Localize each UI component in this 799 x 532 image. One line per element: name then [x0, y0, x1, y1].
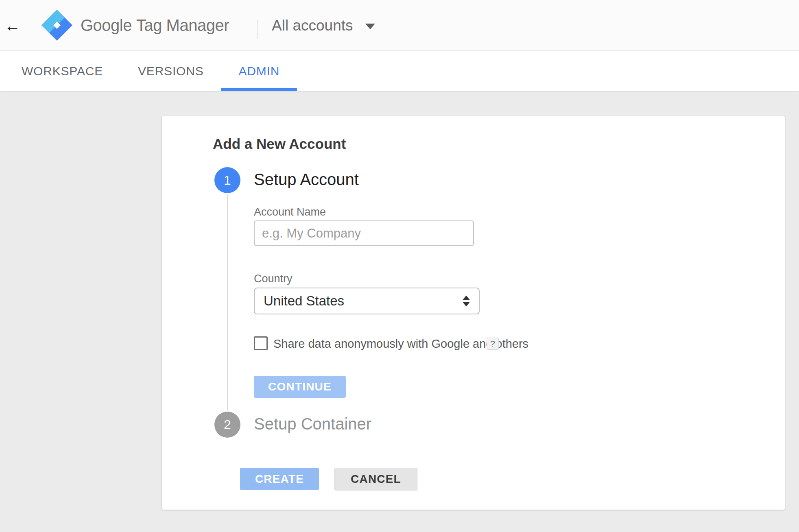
app-header: ← Google Tag Manager All accounts [0, 0, 799, 51]
page-content: Add a New Account 1 Setup Account Accoun… [0, 91, 799, 532]
share-data-checkbox[interactable] [254, 336, 268, 350]
account-selector-label: All accounts [272, 17, 353, 34]
country-label: Country [254, 273, 293, 285]
header-divider [25, 0, 25, 51]
tab-workspace[interactable]: WORKSPACE [4, 51, 120, 91]
step1-number: 1 [224, 173, 231, 188]
tab-workspace-label: WORKSPACE [22, 64, 103, 78]
tab-admin-label: ADMIN [238, 64, 279, 78]
gtm-logo-icon[interactable] [41, 9, 73, 41]
step2-number: 2 [224, 417, 231, 432]
account-name-input[interactable] [254, 220, 474, 246]
cancel-button[interactable]: CANCEL [334, 468, 417, 490]
country-select[interactable]: United States [254, 288, 480, 314]
chevron-down-icon [365, 24, 375, 29]
brand-title: Google Tag Manager [81, 0, 229, 51]
step2-badge: 2 [214, 412, 240, 438]
brand-divider [258, 20, 258, 39]
continue-button[interactable]: CONTINUE [254, 376, 346, 398]
step2-title: Setup Container [254, 415, 371, 433]
tab-versions[interactable]: VERSIONS [120, 51, 221, 91]
tab-admin[interactable]: ADMIN [221, 51, 297, 91]
step1-badge: 1 [214, 167, 240, 193]
account-name-label: Account Name [254, 206, 326, 218]
create-button[interactable]: CREATE [240, 468, 319, 490]
select-spinner-icon [463, 296, 470, 307]
step1-title: Setup Account [254, 170, 359, 189]
account-selector[interactable]: All accounts [272, 0, 375, 51]
add-account-card: Add a New Account 1 Setup Account Accoun… [162, 116, 785, 510]
back-button[interactable]: ← [0, 0, 25, 51]
active-tab-indicator [221, 88, 297, 91]
brand-product: Tag Manager [136, 16, 229, 35]
tab-versions-label: VERSIONS [138, 64, 203, 78]
country-select-value: United States [264, 293, 344, 309]
help-icon[interactable]: ? [487, 338, 499, 350]
step-connector-line [227, 194, 228, 410]
back-arrow-icon: ← [4, 17, 21, 34]
card-title: Add a New Account [213, 136, 346, 152]
tab-bar: WORKSPACE VERSIONS ADMIN [0, 51, 799, 91]
brand-google: Google [81, 16, 132, 35]
